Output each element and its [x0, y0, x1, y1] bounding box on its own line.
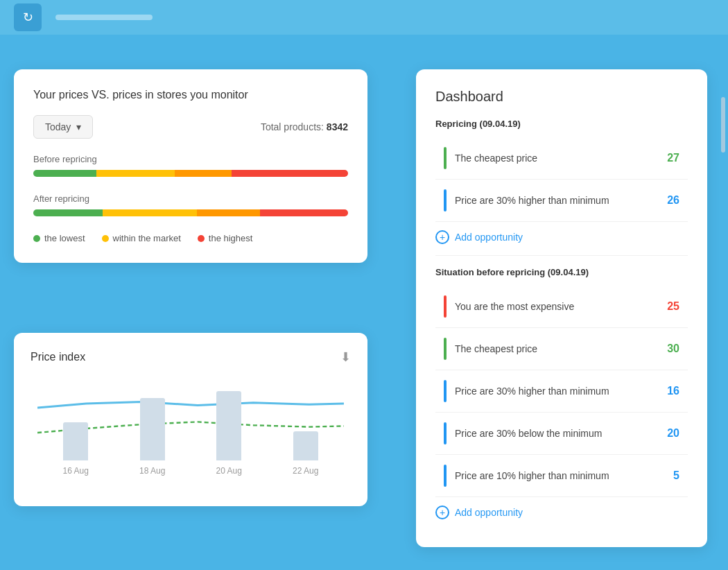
dashboard-item-30below-situation: Price are 30% below the minimum 20: [435, 413, 688, 455]
item-value-most-expensive: 25: [667, 300, 679, 313]
add-opportunity-icon-situation: +: [435, 506, 449, 519]
bar-orange-after: [197, 209, 260, 216]
indicator-blue-30higher-repricing: [444, 189, 447, 211]
legend: the lowest within the market the highest: [33, 233, 348, 243]
item-value-cheapest-situation: 30: [667, 343, 679, 355]
legend-label-market: within the market: [113, 233, 181, 243]
legend-label-highest: the highest: [209, 233, 253, 243]
after-repricing-label: After repricing: [33, 193, 348, 204]
add-opportunity-label-repricing: Add opportunity: [455, 232, 523, 243]
before-repricing-label: Before repricing: [33, 154, 348, 164]
price-index-title: Price index: [31, 351, 85, 363]
legend-lowest: the lowest: [33, 233, 85, 243]
price-index-card: Price index ⬇ 16 Aug 18 Aug: [14, 333, 367, 506]
bar-green-after: [33, 209, 103, 216]
bar-rect-18aug: [140, 398, 165, 460]
top-bar: ↻: [0, 0, 728, 35]
bar-20aug: 20 Aug: [216, 391, 242, 476]
item-value-10higher: 5: [673, 469, 679, 482]
dashboard-item-30higher-repricing: Price are 30% higher than minimum 26: [435, 180, 688, 222]
prices-vs-title: Your prices VS. prices in stores you mon…: [33, 89, 348, 101]
dashboard-item-10higher-situation: Price are 10% higher than minimum 5: [435, 455, 688, 497]
legend-dot-highest: [198, 235, 205, 242]
left-panel-scrollbar[interactable]: [721, 97, 725, 153]
period-selector: Today ▾ Total products: 8342: [33, 115, 348, 139]
indicator-red-expensive: [444, 295, 447, 318]
item-label-30higher-repricing: Price are 30% higher than minimum: [455, 195, 659, 206]
item-label-30higher-situation: Price are 30% higher than minimum: [455, 386, 659, 397]
bar-yellow-after: [103, 209, 197, 216]
download-icon[interactable]: ⬇: [340, 349, 351, 365]
price-index-header: Price index ⬇: [31, 349, 351, 365]
item-label-10higher: Price are 10% higher than minimum: [455, 470, 665, 481]
period-label: Today: [45, 121, 71, 132]
bar-rect-20aug: [216, 391, 241, 460]
item-label-30below: Price are 30% below the minimum: [455, 428, 659, 439]
legend-dot-lowest: [33, 235, 40, 242]
prices-vs-card: Your prices VS. prices in stores you mon…: [14, 69, 367, 263]
after-repricing-section: After repricing: [33, 193, 348, 216]
legend-dot-market: [102, 235, 109, 242]
bar-label-22aug: 22 Aug: [293, 466, 318, 476]
bar-22aug: 22 Aug: [293, 431, 318, 476]
add-opportunity-label-situation: Add opportunity: [455, 507, 523, 518]
indicator-green-cheapest-situation: [444, 338, 447, 360]
after-repricing-bar: [33, 209, 348, 216]
legend-label-lowest: the lowest: [44, 233, 85, 243]
total-count: 8342: [327, 121, 348, 132]
chevron-down-icon: ▾: [76, 121, 81, 132]
price-index-bars: 16 Aug 18 Aug 20 Aug 22 Aug: [31, 420, 351, 476]
bar-yellow-before: [96, 170, 175, 177]
item-value-30higher-repricing: 26: [667, 194, 679, 207]
dashboard-card: Dashboard Repricing (09.04.19) The cheap…: [416, 69, 707, 547]
indicator-blue-30below: [444, 422, 447, 444]
bar-orange-before: [175, 170, 232, 177]
dashboard-item-most-expensive: You are the most expensive 25: [435, 286, 688, 328]
bar-red-after: [260, 209, 348, 216]
bar-18aug: 18 Aug: [139, 398, 165, 476]
situation-section-title: Situation before repricing (09.04.19): [435, 267, 688, 277]
bar-label-16aug: 16 Aug: [63, 466, 89, 476]
section-divider: [435, 255, 688, 256]
dashboard-item-30higher-situation: Price are 30% higher than minimum 16: [435, 370, 688, 413]
legend-highest: the highest: [198, 233, 253, 243]
dashboard-item-cheapest-repricing: The cheapest price 27: [435, 137, 688, 180]
dashboard-item-cheapest-situation: The cheapest price 30: [435, 328, 688, 370]
indicator-blue-10higher: [444, 465, 447, 487]
bar-red-before: [232, 170, 348, 177]
add-opportunity-icon-repricing: +: [435, 230, 449, 244]
before-repricing-bar: [33, 170, 348, 177]
price-index-chart: 16 Aug 18 Aug 20 Aug 22 Aug: [31, 379, 351, 490]
item-value-30below: 20: [667, 427, 679, 440]
before-repricing-section: Before repricing: [33, 154, 348, 177]
period-button[interactable]: Today ▾: [33, 115, 93, 139]
dashboard-title: Dashboard: [435, 89, 688, 105]
bar-rect-16aug: [63, 422, 88, 460]
item-value-cheapest-repricing: 27: [667, 152, 679, 164]
refresh-button[interactable]: ↻: [14, 3, 42, 31]
indicator-blue-30higher-situation: [444, 380, 447, 402]
bar-16aug: 16 Aug: [63, 422, 89, 476]
refresh-icon: ↻: [23, 10, 33, 25]
add-opportunity-situation[interactable]: + Add opportunity: [435, 497, 688, 528]
item-label-cheapest-repricing: The cheapest price: [455, 153, 659, 164]
bar-label-18aug: 18 Aug: [139, 466, 165, 476]
bar-green-before: [33, 170, 96, 177]
indicator-green-cheapest: [444, 147, 447, 169]
bar-label-20aug: 20 Aug: [216, 466, 242, 476]
add-opportunity-repricing[interactable]: + Add opportunity: [435, 222, 688, 252]
repricing-section-title: Repricing (09.04.19): [435, 119, 688, 129]
total-products: Total products: 8342: [261, 121, 348, 132]
item-value-30higher-situation: 16: [667, 385, 679, 397]
legend-market: within the market: [102, 233, 181, 243]
search-bar-placeholder: [55, 15, 153, 20]
item-label-cheapest-situation: The cheapest price: [455, 343, 659, 354]
item-label-most-expensive: You are the most expensive: [455, 301, 659, 312]
bar-rect-22aug: [293, 431, 318, 460]
